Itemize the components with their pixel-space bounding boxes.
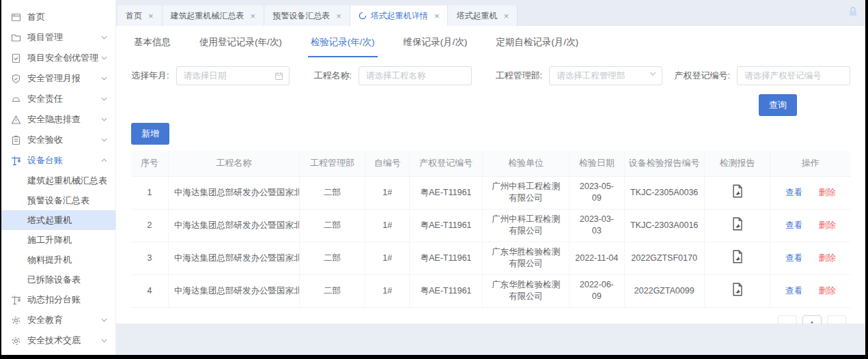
chevron-down-icon (101, 56, 107, 60)
subtab-inspection-records[interactable]: 检验记录(年/次) (308, 36, 378, 57)
delete-link[interactable]: 删除 (818, 253, 835, 263)
subtab-maintenance-records[interactable]: 维保记录(月/次) (401, 36, 471, 57)
table-row: 1 中海达集团总部研发办公暨国家北斗... 二部 1# 粤AE-T11961 广… (131, 176, 850, 209)
month-filter: 选择年月: (131, 66, 290, 85)
tab-warning-equipment-summary[interactable]: 预警设备汇总表 × (264, 5, 350, 26)
sidebar-item-project-mgmt[interactable]: 项目管理 (1, 27, 115, 48)
col-self-no: 自编号 (365, 151, 410, 176)
add-button[interactable]: 新增 (131, 123, 169, 145)
toolbar: 新增 (131, 123, 850, 145)
query-button[interactable]: 查询 (759, 94, 797, 116)
cell-self-no: 1# (365, 209, 410, 242)
view-link[interactable]: 查看 (785, 286, 802, 296)
close-icon[interactable]: × (336, 12, 341, 20)
sidebar-item-label: 安全技术交底 (27, 334, 81, 347)
tab-tower-crane[interactable]: 塔式起重机 × (448, 5, 518, 26)
sidebar-item-dynamic-score-ledger[interactable]: 动态扣分台账 (1, 289, 115, 310)
cell-dept: 二部 (299, 176, 365, 209)
close-icon[interactable]: × (148, 12, 154, 20)
pdf-file-icon[interactable] (730, 216, 745, 231)
tab-tower-crane-detail[interactable]: 塔式起重机详情 × (350, 5, 449, 26)
reg-no-input[interactable] (738, 67, 850, 85)
pdf-file-icon[interactable] (730, 249, 745, 264)
dept-select-placeholder: 请选择工程管理部 (550, 70, 625, 82)
sidebar-item-label: 设备台账 (27, 154, 63, 167)
dept-select[interactable]: 请选择工程管理部 (549, 66, 662, 85)
tab-label: 首页 (126, 10, 142, 22)
shield-icon (11, 74, 21, 84)
sidebar-item-safety-monthly[interactable]: 安全管理月报 (1, 68, 115, 89)
cell-org: 广东华胜检验检测有限公司 (482, 242, 569, 274)
sidebar-subitem-building-crane-summary[interactable]: 建筑起重机械汇总表 (1, 171, 115, 190)
project-name-box[interactable] (359, 66, 472, 85)
pdf-file-icon[interactable] (730, 282, 745, 297)
cell-project: 中海达集团总部研发办公暨国家北斗... (168, 209, 299, 242)
sidebar-item-safety-education[interactable]: 安全教育 (1, 310, 115, 330)
sidebar-subitem-construction-hoist[interactable]: 施工升降机 (1, 230, 115, 250)
tab-bar: 首页 × 建筑起重机械汇总表 × 预警设备汇总表 × 塔式起重机详情 × 塔式起… (116, 0, 865, 26)
cell-date: 2023-05-09 (569, 176, 624, 209)
delete-link[interactable]: 删除 (818, 220, 835, 230)
cell-dept: 二部 (299, 209, 365, 242)
subtab-usage-register[interactable]: 使用登记记录(年/次) (197, 36, 285, 57)
delete-link[interactable]: 删除 (818, 188, 835, 197)
month-input[interactable] (177, 67, 289, 85)
pdf-file-icon[interactable] (730, 184, 745, 199)
close-icon[interactable]: × (251, 12, 256, 20)
cell-report-no: TKJC-2305A0036 (624, 176, 704, 209)
sidebar-item-safety-tech-disclosure[interactable]: 安全技术交底 (1, 330, 115, 351)
cell-date: 2022-11-04 (569, 242, 624, 274)
tab-building-crane-summary[interactable]: 建筑起重机械汇总表 × (163, 5, 265, 26)
cell-reg-no: 粤AE-T11961 (409, 274, 482, 307)
project-name-filter: 工程名称: (313, 66, 472, 85)
view-link[interactable]: 查看 (785, 220, 802, 230)
cell-reg-no: 粤AE-T11961 (409, 209, 482, 242)
sidebar-subitem-tower-crane[interactable]: 塔式起重机 (1, 210, 115, 230)
sidebar-item-safety-excellence[interactable]: 项目安全创优管理 (1, 48, 115, 68)
close-icon[interactable]: × (503, 12, 509, 20)
cell-org: 广州中科工程检测有限公司 (482, 176, 569, 209)
lock-icon[interactable] (848, 6, 858, 17)
sidebar-subitem-removed-equipment[interactable]: 已拆除设备表 (1, 270, 115, 289)
sidebar-subitem-material-hoist[interactable]: 物料提升机 (1, 250, 115, 270)
subtab-basic-info[interactable]: 基本信息 (131, 36, 173, 57)
sidebar-item-safety-acceptance[interactable]: 安全验收 (1, 130, 115, 150)
sidebar-item-hazard-check[interactable]: 安全隐患排查 (1, 109, 115, 130)
tower-crane-icon (11, 156, 21, 166)
content-panel: 基本信息 使用登记记录(年/次) 检验记录(年/次) 维保记录(月/次) 定期自… (116, 26, 865, 324)
view-link[interactable]: 查看 (785, 253, 802, 263)
close-icon[interactable]: × (434, 12, 440, 20)
table-row: 2 中海达集团总部研发办公暨国家北斗... 二部 1# 粤AE-T11961 广… (131, 209, 850, 242)
helmet-icon (11, 94, 21, 104)
loading-icon (359, 12, 367, 20)
sidebar-item-equipment-ledger[interactable]: 设备台账 (1, 150, 115, 171)
table-header-row: 序号 工程名称 工程管理部 自编号 产权登记编号 检验单位 检验日期 设备检验报… (131, 151, 850, 176)
reg-no-box[interactable] (737, 66, 850, 85)
col-seq: 序号 (131, 151, 168, 176)
gear-icon (11, 315, 21, 326)
sidebar: 首页 项目管理 项目安全创优管理 安全管理月报 安全责任 安全隐患排查 (1, 0, 116, 355)
background-filler (116, 324, 865, 355)
sidebar-item-label: 安全隐患排查 (27, 113, 81, 126)
sidebar-item-label: 安全管理月报 (27, 72, 81, 85)
view-link[interactable]: 查看 (785, 188, 802, 197)
project-name-filter-label: 工程名称: (313, 70, 352, 82)
month-picker[interactable] (176, 66, 290, 85)
cell-org: 广东华胜检验检测有限公司 (482, 274, 569, 307)
col-dept: 工程管理部 (299, 151, 365, 176)
project-name-input[interactable] (359, 67, 471, 85)
filter-bar: 选择年月: 工程名称: 工程管理部: 请 (131, 66, 850, 85)
tab-home[interactable]: 首页 × (117, 5, 163, 26)
sidebar-item-home[interactable]: 首页 (1, 7, 115, 27)
cell-report-no: TKJC-2303A0016 (624, 209, 704, 242)
sidebar-subitem-warning-equipment-summary[interactable]: 预警设备汇总表 (1, 190, 115, 210)
chevron-down-icon (649, 72, 656, 76)
table-row: 4 中海达集团总部研发办公暨国家北斗... 二部 1# 粤AE-T11961 广… (131, 274, 850, 307)
delete-link[interactable]: 删除 (818, 286, 835, 296)
app-window: 首页 项目管理 项目安全创优管理 安全管理月报 安全责任 安全隐患排查 (1, 0, 865, 355)
sidebar-item-safety-duty[interactable]: 安全责任 (1, 89, 115, 109)
chevron-down-icon (101, 117, 107, 121)
cell-dept: 二部 (299, 274, 365, 307)
month-filter-label: 选择年月: (131, 70, 169, 82)
subtab-self-check-records[interactable]: 定期自检记录(月/次) (493, 36, 581, 57)
